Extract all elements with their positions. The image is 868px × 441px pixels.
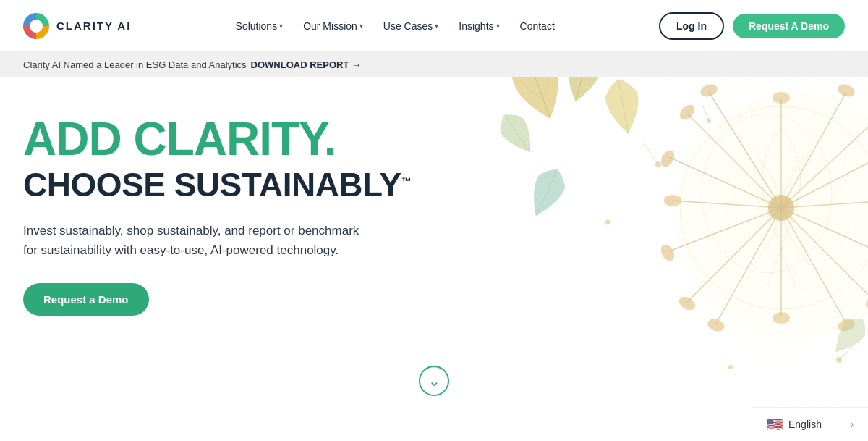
chevron-down-icon: ▾ [435, 22, 438, 30]
chevron-down-icon: ▾ [496, 22, 500, 30]
request-demo-button-nav[interactable]: Request A Demo [733, 14, 845, 38]
svg-point-43 [605, 220, 610, 225]
chevron-down-icon: ⌄ [428, 374, 441, 388]
hero-illustration [477, 77, 868, 411]
chevron-down-icon: ▾ [359, 22, 363, 30]
chevron-right-icon: › [851, 419, 854, 429]
logo[interactable]: CLARITY AI [23, 13, 131, 39]
logo-icon [23, 13, 49, 39]
language-selector[interactable]: 🇺🇸 English › [752, 407, 868, 441]
request-demo-button-hero[interactable]: Request a Demo [23, 283, 149, 316]
svg-rect-50 [622, 77, 868, 411]
announcement-text: Clarity AI Named a Leader in ESG Data an… [23, 59, 247, 70]
announcement-bar: Clarity AI Named a Leader in ESG Data an… [0, 52, 868, 77]
hero-title-dark: CHOOSE SUSTAINABLY™ [23, 167, 457, 203]
login-button[interactable]: Log In [659, 12, 724, 40]
nav-actions: Log In Request A Demo [659, 12, 845, 40]
nav-item-use-cases[interactable]: Use Cases ▾ [375, 16, 447, 36]
hero-text: ADD CLARITY. CHOOSE SUSTAINABLY™ Invest … [23, 115, 457, 316]
flag-icon: 🇺🇸 [767, 416, 783, 432]
scroll-down-button[interactable]: ⌄ [419, 366, 449, 396]
language-label: English [788, 419, 822, 430]
hero-description: Invest sustainably, shop sustainably, an… [23, 221, 399, 260]
navbar: CLARITY AI Solutions ▾ Our Mission ▾ Use… [0, 0, 868, 52]
nav-item-contact[interactable]: Contact [511, 16, 563, 36]
nav-item-our-mission[interactable]: Our Mission ▾ [294, 16, 372, 36]
hero-section: ADD CLARITY. CHOOSE SUSTAINABLY™ Invest … [0, 77, 868, 411]
logo-text: CLARITY AI [56, 20, 131, 32]
nav-item-insights[interactable]: Insights ▾ [450, 16, 508, 36]
hero-title-green: ADD CLARITY. [23, 115, 457, 164]
nav-item-solutions[interactable]: Solutions ▾ [227, 16, 292, 36]
nav-links: Solutions ▾ Our Mission ▾ Use Cases ▾ In… [227, 16, 563, 36]
chevron-down-icon: ▾ [279, 22, 283, 30]
download-report-link[interactable]: DOWNLOAD REPORT → [251, 59, 362, 70]
